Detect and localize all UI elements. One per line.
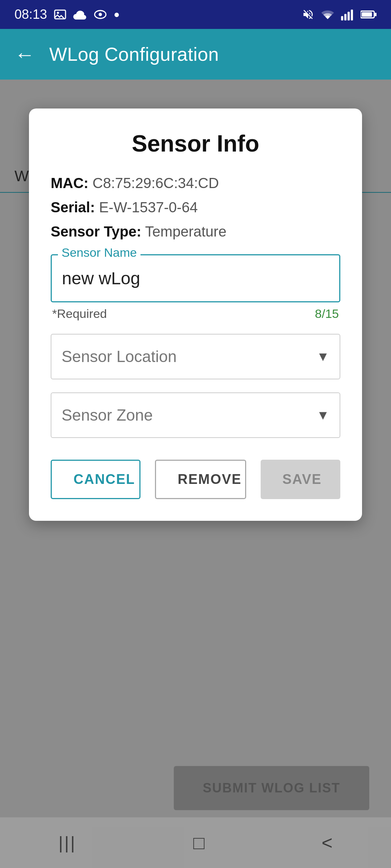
mac-label: MAC: [51, 175, 88, 191]
svg-rect-10 [375, 13, 377, 16]
back-button[interactable]: ← [14, 43, 35, 66]
svg-rect-7 [351, 10, 353, 21]
sensor-info-dialog: Sensor Info MAC: C8:75:29:6C:34:CD Seria… [29, 109, 362, 521]
status-bar-left: 08:13 ● [14, 7, 120, 22]
chevron-down-icon: ▼ [316, 349, 329, 364]
sensor-name-input[interactable] [51, 254, 340, 302]
required-text: *Required [52, 307, 107, 321]
field-hints: *Required 8/15 [51, 307, 340, 321]
save-button[interactable]: SAVE [261, 460, 340, 499]
dialog-title: Sensor Info [51, 130, 340, 157]
battery-icon [361, 10, 377, 19]
image-icon [54, 8, 67, 21]
sensor-name-label: Sensor Name [58, 246, 140, 260]
svg-rect-5 [344, 14, 346, 21]
serial-label: Serial: [51, 199, 95, 215]
sensor-location-placeholder: Sensor Location [62, 348, 177, 366]
svg-point-1 [57, 12, 59, 14]
sensor-type-value: Temperature [145, 224, 227, 239]
signal-icon [341, 8, 354, 21]
sensor-zone-dropdown[interactable]: Sensor Zone ▼ [51, 392, 340, 438]
remove-button[interactable]: REMOVE [155, 460, 246, 499]
cloud-icon [73, 9, 87, 20]
serial-value: E-W-1537-0-64 [99, 199, 198, 215]
eye-icon [93, 9, 107, 20]
mute-icon [302, 8, 314, 21]
status-bar-right [302, 8, 377, 21]
sensor-type-row: Sensor Type: Temperature [51, 224, 340, 240]
mac-row: MAC: C8:75:29:6C:34:CD [51, 175, 340, 191]
svg-rect-6 [348, 12, 350, 21]
app-bar: ← WLog Configuration [0, 29, 391, 80]
app-bar-title: WLog Configuration [49, 43, 219, 65]
svg-point-3 [98, 13, 102, 16]
modal-overlay: Sensor Info MAC: C8:75:29:6C:34:CD Seria… [0, 80, 391, 868]
char-counter: 8/15 [315, 307, 339, 321]
sensor-zone-group: Sensor Zone ▼ [51, 392, 340, 438]
svg-rect-4 [341, 16, 343, 21]
dot-icon: ● [114, 9, 120, 20]
sensor-zone-placeholder: Sensor Zone [62, 406, 153, 424]
time: 08:13 [14, 7, 47, 22]
dialog-actions: CANCEL REMOVE SAVE [51, 460, 340, 499]
status-bar: 08:13 ● [0, 0, 391, 29]
wifi-icon [321, 9, 335, 20]
chevron-down-icon-2: ▼ [316, 408, 329, 423]
serial-row: Serial: E-W-1537-0-64 [51, 199, 340, 216]
sensor-name-field-group: Sensor Name *Required 8/15 [51, 254, 340, 321]
sensor-type-label: Sensor Type: [51, 224, 141, 239]
sensor-location-dropdown[interactable]: Sensor Location ▼ [51, 334, 340, 379]
svg-rect-9 [362, 12, 372, 17]
sensor-location-group: Sensor Location ▼ [51, 334, 340, 379]
cancel-button[interactable]: CANCEL [51, 460, 140, 499]
mac-value: C8:75:29:6C:34:CD [93, 175, 219, 191]
